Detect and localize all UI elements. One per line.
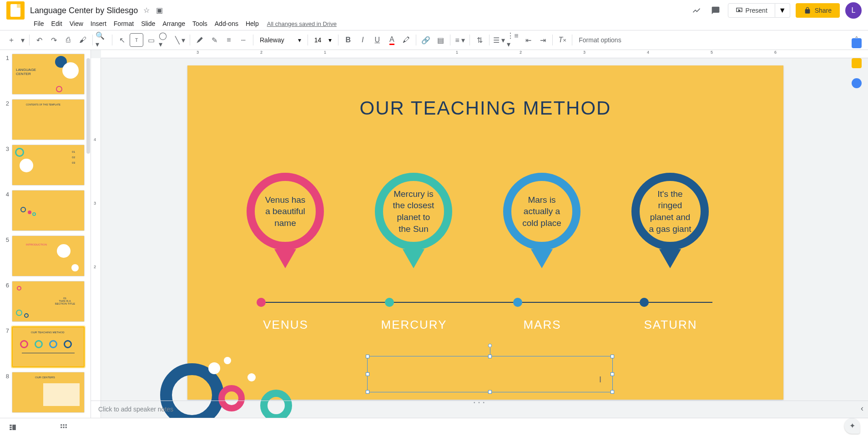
resize-handle[interactable] bbox=[611, 372, 614, 376]
border-weight-button[interactable]: ≡ bbox=[222, 33, 236, 47]
timeline-line[interactable] bbox=[258, 302, 712, 303]
filmstrip-view-button[interactable] bbox=[5, 420, 20, 435]
format-options-button[interactable]: Format options bbox=[575, 35, 625, 45]
slide-thumb-8[interactable]: OUR CENTERS bbox=[12, 372, 85, 413]
slide-canvas[interactable]: OUR TEACHING METHOD Venus has a beautifu… bbox=[187, 65, 783, 400]
menu-tools[interactable]: Tools bbox=[189, 18, 211, 29]
resize-handle[interactable] bbox=[488, 355, 492, 358]
italic-button[interactable]: I bbox=[356, 33, 369, 47]
menu-slide[interactable]: Slide bbox=[137, 18, 159, 29]
slide-thumb-5[interactable]: INTRODUCTION bbox=[12, 236, 85, 276]
menu-help[interactable]: Help bbox=[242, 18, 262, 29]
numbered-list-button[interactable]: ☰ ▾ bbox=[492, 33, 506, 47]
move-folder-icon[interactable]: ▣ bbox=[156, 6, 165, 15]
workspace: 1 LANGUAGECENTER 2 CONTENTS OF THIS TEMP… bbox=[0, 50, 868, 418]
zoom-button[interactable]: 🔍 ▾ bbox=[96, 33, 109, 47]
slide-thumb-6[interactable]: 01THIS IS ASECTION TITLE bbox=[12, 281, 85, 322]
star-icon[interactable]: ☆ bbox=[143, 6, 152, 15]
activity-icon[interactable] bbox=[690, 4, 703, 17]
canvas-area[interactable]: 321 123 456 43 2 OUR TEACHING METHOD Ven… bbox=[91, 50, 868, 418]
line-spacing-button[interactable]: ⇅ bbox=[473, 33, 486, 47]
slide-thumb-4[interactable] bbox=[12, 190, 85, 231]
keep-icon[interactable] bbox=[852, 58, 862, 68]
pin-mars[interactable]: Mars is actually a cold place bbox=[503, 173, 580, 268]
slides-logo bbox=[6, 1, 25, 20]
selected-textbox[interactable]: I bbox=[367, 356, 613, 392]
slide-thumb-1[interactable]: LANGUAGECENTER bbox=[12, 54, 85, 95]
label-saturn[interactable]: SATURN bbox=[625, 318, 716, 332]
resize-handle[interactable] bbox=[611, 390, 614, 394]
bold-button[interactable]: B bbox=[341, 33, 355, 47]
menu-edit[interactable]: Edit bbox=[48, 18, 66, 29]
present-label: Present bbox=[746, 7, 767, 14]
text-color-button[interactable]: A bbox=[385, 33, 399, 47]
resize-handle[interactable] bbox=[366, 372, 369, 376]
slide-title[interactable]: OUR TEACHING METHOD bbox=[187, 97, 783, 119]
indent-left-button[interactable]: ⇤ bbox=[521, 33, 535, 47]
tasks-icon[interactable] bbox=[852, 78, 862, 88]
textbox-tool[interactable]: T bbox=[130, 33, 143, 47]
clear-formatting-button[interactable]: T× bbox=[555, 33, 569, 47]
menu-format[interactable]: Format bbox=[110, 18, 137, 29]
document-title[interactable]: Language Center by Slidesgo bbox=[30, 6, 138, 15]
indent-right-button[interactable]: ⇥ bbox=[536, 33, 550, 47]
filmstrip-scrollbar[interactable] bbox=[86, 50, 91, 418]
resize-handle[interactable] bbox=[366, 355, 369, 358]
text-cursor-icon: I bbox=[599, 375, 601, 385]
shape-tool[interactable]: ◯ ▾ bbox=[159, 33, 172, 47]
border-color-button[interactable]: ✎ bbox=[207, 33, 221, 47]
print-button[interactable]: ⎙ bbox=[61, 33, 75, 47]
undo-button[interactable]: ↶ bbox=[32, 33, 46, 47]
expand-sidepanel-icon[interactable]: ‹ bbox=[861, 404, 863, 413]
calendar-icon[interactable] bbox=[852, 38, 862, 48]
redo-button[interactable]: ↷ bbox=[47, 33, 61, 47]
align-button[interactable]: ≡ ▾ bbox=[453, 33, 467, 47]
image-tool[interactable]: ▭ bbox=[144, 33, 158, 47]
new-slide-button[interactable]: ＋ bbox=[5, 33, 18, 47]
filmstrip[interactable]: 1 LANGUAGECENTER 2 CONTENTS OF THIS TEMP… bbox=[0, 50, 91, 418]
present-button[interactable]: Present bbox=[728, 3, 775, 18]
new-slide-dropdown[interactable]: ▾ bbox=[19, 33, 26, 47]
comment-button[interactable]: ▤ bbox=[434, 33, 447, 47]
svg-rect-5 bbox=[61, 424, 62, 426]
menu-file[interactable]: File bbox=[30, 18, 48, 29]
label-mercury[interactable]: MERCURY bbox=[368, 318, 459, 332]
grid-view-button[interactable] bbox=[56, 420, 71, 435]
menu-addons[interactable]: Add-ons bbox=[211, 18, 242, 29]
menu-insert[interactable]: Insert bbox=[87, 18, 110, 29]
svg-rect-2 bbox=[10, 426, 12, 428]
rotate-handle[interactable] bbox=[488, 344, 492, 347]
pin-venus[interactable]: Venus has a beautiful name bbox=[247, 173, 324, 268]
comments-icon[interactable] bbox=[709, 4, 722, 17]
resize-handle[interactable] bbox=[366, 390, 369, 394]
thumb-num: 6 bbox=[4, 281, 12, 322]
fill-color-button[interactable] bbox=[193, 33, 207, 47]
save-status[interactable]: All changes saved in Drive bbox=[267, 20, 337, 27]
slide-thumb-3[interactable]: 010203 bbox=[12, 145, 85, 185]
link-button[interactable]: 🔗 bbox=[419, 33, 433, 47]
resize-handle[interactable] bbox=[488, 390, 492, 394]
border-dash-button[interactable]: ┄ bbox=[237, 33, 250, 47]
share-button[interactable]: Share bbox=[796, 3, 840, 18]
account-avatar[interactable]: L bbox=[845, 2, 862, 19]
slide-thumb-2[interactable]: CONTENTS OF THIS TEMPLATE bbox=[12, 99, 85, 140]
menu-view[interactable]: View bbox=[66, 18, 87, 29]
underline-button[interactable]: U bbox=[370, 33, 384, 47]
line-tool[interactable]: ╲ ▾ bbox=[173, 33, 187, 47]
bulleted-list-button[interactable]: ⋮≡ ▾ bbox=[507, 33, 520, 47]
speaker-notes[interactable]: Click to add speaker notes bbox=[91, 401, 868, 418]
slide-thumb-7[interactable]: OUR TEACHING METHOD bbox=[12, 326, 85, 367]
explore-button[interactable]: ✦ bbox=[844, 418, 860, 434]
select-tool[interactable]: ↖ bbox=[115, 33, 129, 47]
pin-saturn[interactable]: It's the ringed planet and a gas giant bbox=[631, 173, 709, 268]
menu-arrange[interactable]: Arrange bbox=[159, 18, 189, 29]
highlight-button[interactable]: 🖍 bbox=[399, 33, 413, 47]
paint-format-button[interactable]: 🖌 bbox=[76, 33, 90, 47]
decorative-circles bbox=[187, 318, 324, 409]
present-dropdown[interactable]: ▼ bbox=[775, 3, 790, 18]
font-select[interactable]: Raleway▾ bbox=[256, 35, 305, 45]
label-mars[interactable]: MARS bbox=[497, 318, 588, 332]
font-size-select[interactable]: 14▾ bbox=[311, 35, 336, 45]
resize-handle[interactable] bbox=[611, 355, 614, 358]
pin-mercury[interactable]: Mercury is the closest planet to the Sun bbox=[375, 173, 452, 268]
